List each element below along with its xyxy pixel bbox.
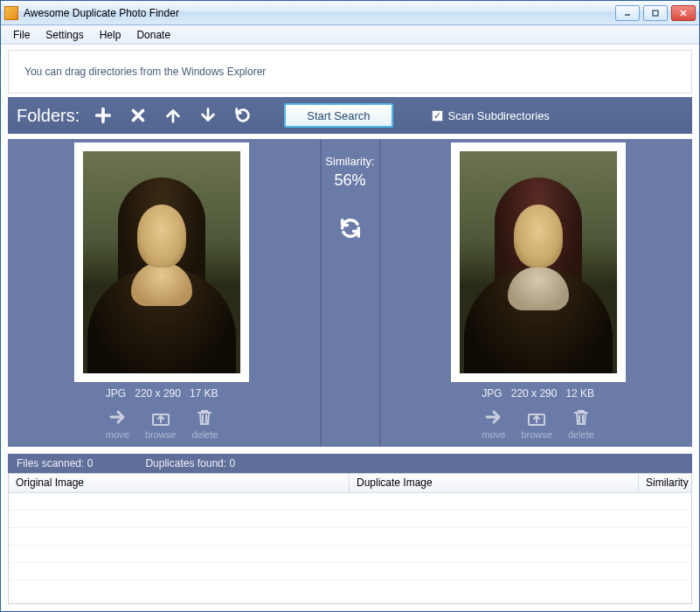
- menu-help[interactable]: Help: [93, 27, 128, 43]
- start-search-label: Start Search: [307, 109, 370, 122]
- right-move-label: move: [482, 429, 506, 440]
- refresh-icon: [338, 231, 363, 243]
- status-bar: Files scanned: 0 Duplicates found: 0: [8, 454, 692, 473]
- app-window: Awesome Duplicate Photo Finder File Sett…: [0, 0, 700, 612]
- folder-up-icon: [526, 407, 547, 429]
- folders-label: Folders:: [17, 106, 80, 126]
- menu-file[interactable]: File: [6, 27, 37, 43]
- left-delete-label: delete: [191, 429, 218, 440]
- close-button[interactable]: [671, 5, 696, 21]
- col-original[interactable]: Original Image: [9, 474, 350, 492]
- left-move-label: move: [106, 429, 129, 440]
- left-image-pane: JPG 220 x 290 17 KB move browse: [8, 139, 316, 447]
- col-similarity[interactable]: Similarity: [639, 474, 691, 492]
- table-header: Original Image Duplicate Image Similarit…: [9, 474, 691, 493]
- reset-button[interactable]: [232, 104, 254, 127]
- right-move-button[interactable]: move: [482, 407, 506, 440]
- right-delete-button[interactable]: delete: [568, 407, 594, 440]
- col-duplicate[interactable]: Duplicate Image: [350, 474, 639, 492]
- right-browse-label: browse: [521, 429, 551, 440]
- folder-up-icon: [150, 407, 171, 429]
- right-image-meta: JPG 220 x 290 12 KB: [482, 387, 594, 400]
- right-size: 12 KB: [565, 387, 594, 400]
- results-table: Original Image Duplicate Image Similarit…: [8, 473, 692, 604]
- menu-donate[interactable]: Donate: [129, 27, 177, 43]
- table-row: [9, 528, 691, 546]
- move-up-button[interactable]: [162, 104, 184, 127]
- table-row: [9, 511, 691, 528]
- table-body: [9, 493, 691, 603]
- arrow-right-icon: [483, 407, 504, 429]
- left-format: JPG: [106, 387, 126, 400]
- right-image: [460, 151, 617, 373]
- files-scanned: Files scanned: 0: [17, 457, 93, 469]
- maximize-button[interactable]: [643, 5, 668, 21]
- menu-settings[interactable]: Settings: [38, 27, 90, 43]
- left-delete-button[interactable]: delete: [191, 407, 218, 440]
- right-format: JPG: [482, 387, 502, 400]
- trash-icon: [571, 407, 592, 429]
- similarity-value: 56%: [334, 171, 365, 190]
- right-browse-button[interactable]: browse: [521, 407, 551, 440]
- move-down-button[interactable]: [197, 104, 219, 127]
- scan-subdirectories-label: Scan Subdirectories: [448, 109, 550, 122]
- similarity-label: Similarity:: [325, 155, 374, 168]
- right-image-frame: [451, 143, 626, 382]
- drop-hint-text: You can drag directories from the Window…: [24, 66, 266, 78]
- similarity-panel: Similarity: 56%: [320, 139, 381, 447]
- left-image: [83, 151, 240, 373]
- left-browse-button[interactable]: browse: [145, 407, 176, 440]
- right-dimensions: 220 x 290: [511, 387, 558, 400]
- duplicates-found: Duplicates found: 0: [145, 457, 235, 469]
- arrow-right-icon: [107, 407, 128, 429]
- titlebar: Awesome Duplicate Photo Finder: [1, 1, 699, 25]
- left-dimensions: 220 x 290: [135, 387, 181, 400]
- left-browse-label: browse: [145, 429, 176, 440]
- add-folder-button[interactable]: [92, 104, 114, 127]
- checkbox-icon: ✓: [432, 110, 443, 122]
- drop-area[interactable]: You can drag directories from the Window…: [8, 50, 692, 94]
- trash-icon: [194, 407, 215, 429]
- start-search-button[interactable]: Start Search: [284, 103, 392, 128]
- window-title: Awesome Duplicate Photo Finder: [24, 7, 179, 19]
- left-size: 17 KB: [190, 387, 218, 400]
- left-move-button[interactable]: move: [106, 407, 129, 440]
- left-image-actions: move browse delete: [106, 407, 218, 440]
- right-image-pane: JPG 220 x 290 12 KB move browse: [385, 139, 693, 447]
- right-delete-label: delete: [568, 429, 594, 440]
- compare-area: JPG 220 x 290 17 KB move browse: [8, 139, 692, 447]
- scan-subdirectories-checkbox[interactable]: ✓ Scan Subdirectories: [432, 109, 550, 122]
- menubar: File Settings Help Donate: [1, 25, 699, 45]
- table-row: [9, 493, 691, 511]
- refresh-comparison-button[interactable]: [338, 216, 363, 243]
- left-image-meta: JPG 220 x 290 17 KB: [106, 387, 218, 400]
- minimize-button[interactable]: [615, 5, 640, 21]
- left-image-frame: [74, 143, 249, 382]
- table-row: [9, 546, 691, 563]
- right-image-actions: move browse delete: [482, 407, 594, 440]
- table-row: [9, 563, 691, 581]
- svg-rect-1: [653, 10, 658, 16]
- remove-folder-button[interactable]: [127, 104, 149, 127]
- folders-toolbar: Folders: Start Search ✓ Scan Subdirector…: [8, 97, 692, 134]
- app-icon: [4, 6, 18, 20]
